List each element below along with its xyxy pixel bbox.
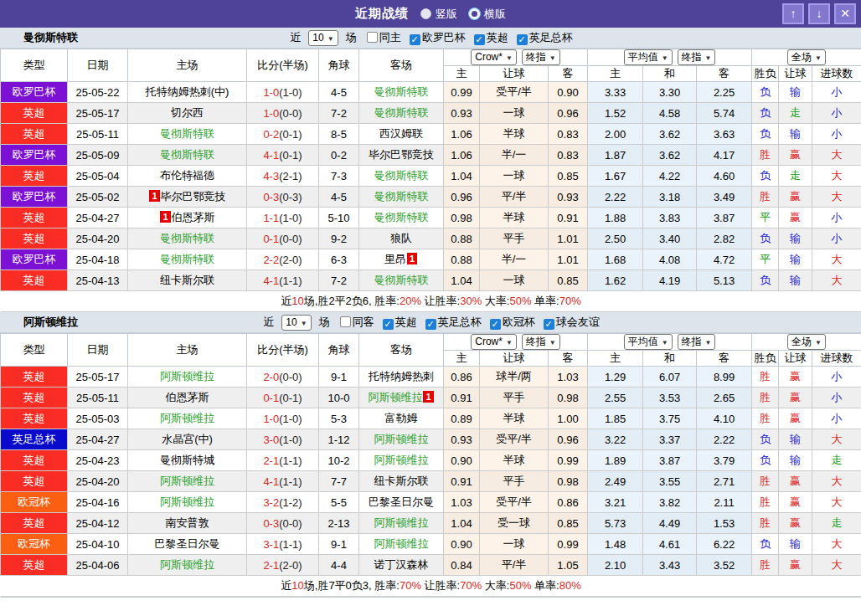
table-row: 英超25-05-11曼彻斯特联0-2(0-1)8-5西汉姆联1.06半球0.83… <box>1 124 861 145</box>
handicap-away-odds-value: 0.93 <box>557 191 578 203</box>
layout-radio-vertical[interactable]: 竖版 <box>420 7 457 22</box>
final-index-select[interactable]: 终指▼ <box>522 334 560 350</box>
avg-home-odds: 1.68 <box>588 249 643 270</box>
col-header-corner: 角球 <box>319 334 359 367</box>
near-label: 近 <box>263 315 274 330</box>
result-handicap: 输 <box>779 450 812 471</box>
move-down-button[interactable]: ↓ <box>808 3 830 24</box>
avg-draw-odds: 4.08 <box>643 249 697 270</box>
result-goals-value: 大 <box>832 495 843 508</box>
handicap-away-odds: 1.05 <box>549 555 588 576</box>
final-index-select-2[interactable]: 终指▼ <box>678 334 716 350</box>
handicap-away-odds: 0.85 <box>549 166 588 187</box>
score-cell: 2-1(1-1) <box>247 450 319 471</box>
handicap-away-odds-value: 0.99 <box>557 454 578 467</box>
average-select[interactable]: 平均值▼ <box>624 334 673 350</box>
league-filter-checkbox[interactable]: ✓英超 <box>469 30 508 45</box>
result-handicap-value: 赢 <box>790 148 801 161</box>
league-filter-checkbox[interactable]: ✓英足总杯 <box>512 30 573 45</box>
bookmaker-select-value: Crow* <box>475 51 503 63</box>
average-select[interactable]: 平均值▼ <box>624 49 673 65</box>
results-table: 类型日期主场比分(半场)角球客场Crow*▼终指▼平均值▼终指▼全场▼主让球客主… <box>0 333 861 597</box>
handicap-line-value: 半球 <box>503 211 525 223</box>
home-team-label: 曼彻斯特联 <box>160 232 214 244</box>
result-goals-value: 小 <box>832 232 843 244</box>
league-filter-checkbox[interactable]: ✓欧罗巴杯 <box>405 30 466 45</box>
score-cell: 0-1(0-0) <box>247 228 319 249</box>
avg-away-odds-value: 6.22 <box>714 538 735 551</box>
final-index-select[interactable]: 终指▼ <box>522 49 560 65</box>
match-date-value: 25-05-09 <box>75 149 119 162</box>
home-team-name: 曼彻斯特联 <box>128 249 247 270</box>
layout-radio-horizontal[interactable]: 横版 <box>469 7 506 22</box>
chevron-down-icon: ▼ <box>549 54 556 62</box>
result-handicap-value: 赢 <box>790 211 801 223</box>
result-wdl-value: 胜 <box>760 558 771 571</box>
checkbox-label: 欧冠杯 <box>503 316 535 328</box>
bookmaker-select[interactable]: Crow*▼ <box>471 334 517 350</box>
move-up-button[interactable]: ↑ <box>782 3 804 24</box>
home-team-name: 曼彻斯特城 <box>128 450 247 471</box>
home-team-label: 伯恩茅斯 <box>166 391 209 403</box>
corners-value: 2-13 <box>327 517 349 530</box>
radio-horizontal-label: 横版 <box>484 7 506 22</box>
avg-draw-odds-value: 4.49 <box>659 517 680 530</box>
col-header-score-label: 比分(半场) <box>257 59 308 71</box>
result-goals: 小 <box>812 388 861 408</box>
away-team-name: 曼彻斯特联 <box>359 103 444 124</box>
league-filter-checkbox[interactable]: ✓英超 <box>378 315 417 330</box>
col-header-corner: 角球 <box>319 49 359 82</box>
result-goals-value: 小 <box>832 391 843 403</box>
league-filter-checkbox[interactable]: ✓球会友谊 <box>539 315 600 330</box>
match-count-select[interactable]: 10▼ <box>308 30 338 46</box>
avg-home-odds: 2.50 <box>588 228 643 249</box>
league-filter-checkbox[interactable]: ✓欧冠杯 <box>485 315 535 330</box>
final-index-select-2[interactable]: 终指▼ <box>678 49 716 65</box>
same-venue-checkbox[interactable]: 同主 <box>362 30 401 45</box>
avg-draw-odds-value: 4.58 <box>659 107 680 120</box>
scope-select[interactable]: 全场▼ <box>787 49 826 65</box>
away-team-name: 毕尔巴鄂竞技 <box>359 145 444 166</box>
league-name: 英超 <box>23 274 45 286</box>
chevron-down-icon: ▼ <box>549 339 556 346</box>
home-team-name: 切尔西 <box>128 103 247 124</box>
match-count-select[interactable]: 10▼ <box>281 315 311 331</box>
away-team-label: 托特纳姆热刺 <box>369 370 434 382</box>
league-name: 英超 <box>23 232 45 244</box>
fulltime-score: 0-3 <box>263 191 279 203</box>
score-cell: 1-0(1-0) <box>247 408 319 429</box>
score-cell: 4-1(1-1) <box>247 471 319 492</box>
summary-text: 70% <box>460 579 482 592</box>
fulltime-score: 1-0 <box>263 107 279 120</box>
halftime-score: (0-0) <box>279 233 302 245</box>
result-goals-value: 大 <box>832 558 843 571</box>
table-row: 英超25-04-23曼彻斯特城2-1(1-1)10-2阿斯顿维拉0.90半球0.… <box>1 450 861 471</box>
scope-select[interactable]: 全场▼ <box>787 334 826 350</box>
recent-results-window: 近期战绩 竖版 横版 ↑ ↓ ✕ 曼彻斯特联近10▼场同主✓欧罗巴杯✓英超✓英足… <box>0 0 861 598</box>
handicap-away-odds-value: 1.05 <box>557 559 578 572</box>
result-wdl: 胜 <box>752 492 779 513</box>
close-button[interactable]: ✕ <box>834 3 856 24</box>
result-wdl: 负 <box>752 228 779 249</box>
result-goals-value: 小 <box>832 370 843 382</box>
league-filter-checkbox[interactable]: ✓英足总杯 <box>420 315 482 330</box>
avg-home-odds: 3.22 <box>588 429 643 450</box>
fulltime-score: 0-1 <box>263 392 279 404</box>
fulltime-score: 0-1 <box>263 233 279 245</box>
handicap-home-odds-value: 0.99 <box>451 86 472 99</box>
checkbox-checked-icon: ✓ <box>490 319 501 330</box>
col-header-type-label: 类型 <box>23 59 45 71</box>
handicap-home-odds: 1.04 <box>444 166 480 187</box>
halftime-score: (1-0) <box>279 434 302 446</box>
bookmaker-select[interactable]: Crow*▼ <box>471 49 517 65</box>
corners-value: 7-3 <box>331 170 347 182</box>
handicap-away-odds: 0.85 <box>549 270 588 291</box>
chevron-down-icon: ▼ <box>815 339 822 346</box>
handicap-home-odds: 1.04 <box>444 270 480 291</box>
corners-cell: 0-2 <box>319 145 359 166</box>
avg-draw-odds-value: 4.61 <box>659 538 680 551</box>
same-venue-checkbox[interactable]: 同客 <box>335 315 374 330</box>
avg-home-odds-value: 1.52 <box>605 107 626 120</box>
home-team-label: 巴黎圣日尔曼 <box>155 537 220 550</box>
scope-select-value: 全场 <box>791 51 812 63</box>
